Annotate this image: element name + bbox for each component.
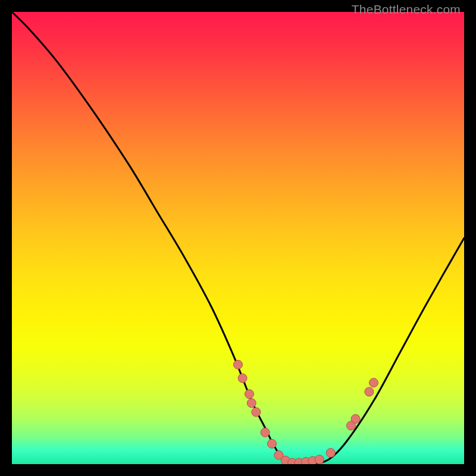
chart-frame: TheBottleneck.com	[0, 0, 476, 476]
plot-area	[12, 12, 464, 464]
watermark-text: TheBottleneck.com	[352, 2, 461, 17]
